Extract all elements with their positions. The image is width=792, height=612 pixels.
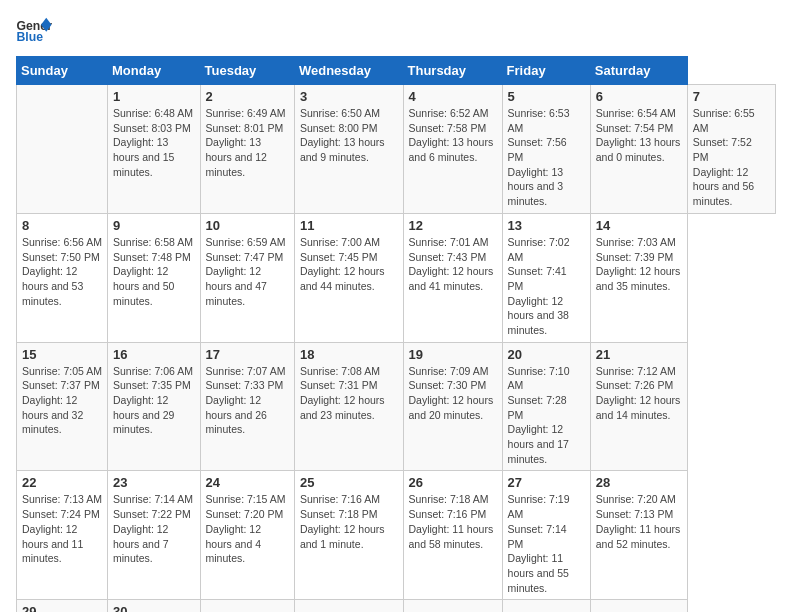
day-number: 13	[508, 218, 585, 233]
day-number: 26	[409, 475, 497, 490]
weekday-header-monday: Monday	[108, 57, 201, 85]
day-number: 11	[300, 218, 398, 233]
day-info: Sunrise: 6:48 AMSunset: 8:03 PMDaylight:…	[113, 106, 195, 179]
calendar-week-4: 22 Sunrise: 7:13 AMSunset: 7:24 PMDaylig…	[17, 471, 776, 600]
calendar-week-5: 29 Sunrise: 7:21 AMSunset: 7:11 PMDaylig…	[17, 600, 776, 612]
calendar-cell: 9 Sunrise: 6:58 AMSunset: 7:48 PMDayligh…	[108, 213, 201, 342]
calendar-cell: 16 Sunrise: 7:06 AMSunset: 7:35 PMDaylig…	[108, 342, 201, 471]
day-number: 29	[22, 604, 102, 612]
day-info: Sunrise: 7:12 AMSunset: 7:26 PMDaylight:…	[596, 364, 682, 423]
weekday-header-friday: Friday	[502, 57, 590, 85]
day-number: 9	[113, 218, 195, 233]
weekday-header-tuesday: Tuesday	[200, 57, 294, 85]
page-header: General Blue	[16, 16, 776, 44]
day-number: 19	[409, 347, 497, 362]
calendar-cell: 18 Sunrise: 7:08 AMSunset: 7:31 PMDaylig…	[294, 342, 403, 471]
day-info: Sunrise: 6:52 AMSunset: 7:58 PMDaylight:…	[409, 106, 497, 165]
day-number: 14	[596, 218, 682, 233]
day-info: Sunrise: 7:08 AMSunset: 7:31 PMDaylight:…	[300, 364, 398, 423]
calendar-cell: 29 Sunrise: 7:21 AMSunset: 7:11 PMDaylig…	[17, 600, 108, 612]
calendar-cell: 10 Sunrise: 6:59 AMSunset: 7:47 PMDaylig…	[200, 213, 294, 342]
calendar-cell: 20 Sunrise: 7:10 AMSunset: 7:28 PMDaylig…	[502, 342, 590, 471]
calendar-cell: 6 Sunrise: 6:54 AMSunset: 7:54 PMDayligh…	[590, 85, 687, 214]
svg-text:Blue: Blue	[17, 30, 44, 44]
calendar-cell: 30 Sunrise: 7:22 AMSunset: 7:09 PMDaylig…	[108, 600, 201, 612]
day-info: Sunrise: 7:09 AMSunset: 7:30 PMDaylight:…	[409, 364, 497, 423]
day-number: 5	[508, 89, 585, 104]
day-info: Sunrise: 7:16 AMSunset: 7:18 PMDaylight:…	[300, 492, 398, 551]
calendar-cell: 17 Sunrise: 7:07 AMSunset: 7:33 PMDaylig…	[200, 342, 294, 471]
day-number: 28	[596, 475, 682, 490]
calendar-cell: 22 Sunrise: 7:13 AMSunset: 7:24 PMDaylig…	[17, 471, 108, 600]
day-info: Sunrise: 7:00 AMSunset: 7:45 PMDaylight:…	[300, 235, 398, 294]
day-number: 6	[596, 89, 682, 104]
day-info: Sunrise: 7:20 AMSunset: 7:13 PMDaylight:…	[596, 492, 682, 551]
calendar-cell	[294, 600, 403, 612]
calendar-cell: 7 Sunrise: 6:55 AMSunset: 7:52 PMDayligh…	[687, 85, 775, 214]
day-info: Sunrise: 7:06 AMSunset: 7:35 PMDaylight:…	[113, 364, 195, 437]
day-info: Sunrise: 6:53 AMSunset: 7:56 PMDaylight:…	[508, 106, 585, 209]
calendar-cell: 4 Sunrise: 6:52 AMSunset: 7:58 PMDayligh…	[403, 85, 502, 214]
calendar-cell: 27 Sunrise: 7:19 AMSunset: 7:14 PMDaylig…	[502, 471, 590, 600]
calendar-cell: 2 Sunrise: 6:49 AMSunset: 8:01 PMDayligh…	[200, 85, 294, 214]
day-info: Sunrise: 7:03 AMSunset: 7:39 PMDaylight:…	[596, 235, 682, 294]
logo-icon: General Blue	[16, 16, 52, 44]
calendar-table: SundayMondayTuesdayWednesdayThursdayFrid…	[16, 56, 776, 612]
calendar-cell: 14 Sunrise: 7:03 AMSunset: 7:39 PMDaylig…	[590, 213, 687, 342]
day-number: 2	[206, 89, 289, 104]
day-info: Sunrise: 6:54 AMSunset: 7:54 PMDaylight:…	[596, 106, 682, 165]
weekday-header-thursday: Thursday	[403, 57, 502, 85]
day-number: 8	[22, 218, 102, 233]
day-info: Sunrise: 7:15 AMSunset: 7:20 PMDaylight:…	[206, 492, 289, 565]
calendar-cell: 12 Sunrise: 7:01 AMSunset: 7:43 PMDaylig…	[403, 213, 502, 342]
day-number: 25	[300, 475, 398, 490]
calendar-cell: 15 Sunrise: 7:05 AMSunset: 7:37 PMDaylig…	[17, 342, 108, 471]
weekday-header-saturday: Saturday	[590, 57, 687, 85]
calendar-cell: 1 Sunrise: 6:48 AMSunset: 8:03 PMDayligh…	[108, 85, 201, 214]
calendar-cell: 5 Sunrise: 6:53 AMSunset: 7:56 PMDayligh…	[502, 85, 590, 214]
day-info: Sunrise: 7:01 AMSunset: 7:43 PMDaylight:…	[409, 235, 497, 294]
day-number: 23	[113, 475, 195, 490]
calendar-cell: 26 Sunrise: 7:18 AMSunset: 7:16 PMDaylig…	[403, 471, 502, 600]
day-info: Sunrise: 6:58 AMSunset: 7:48 PMDaylight:…	[113, 235, 195, 308]
day-info: Sunrise: 6:59 AMSunset: 7:47 PMDaylight:…	[206, 235, 289, 308]
day-number: 3	[300, 89, 398, 104]
calendar-cell: 8 Sunrise: 6:56 AMSunset: 7:50 PMDayligh…	[17, 213, 108, 342]
calendar-cell	[590, 600, 687, 612]
calendar-cell: 19 Sunrise: 7:09 AMSunset: 7:30 PMDaylig…	[403, 342, 502, 471]
calendar-cell: 3 Sunrise: 6:50 AMSunset: 8:00 PMDayligh…	[294, 85, 403, 214]
day-number: 16	[113, 347, 195, 362]
weekday-header-sunday: Sunday	[17, 57, 108, 85]
day-number: 17	[206, 347, 289, 362]
calendar-cell: 13 Sunrise: 7:02 AMSunset: 7:41 PMDaylig…	[502, 213, 590, 342]
day-number: 1	[113, 89, 195, 104]
calendar-week-3: 15 Sunrise: 7:05 AMSunset: 7:37 PMDaylig…	[17, 342, 776, 471]
day-info: Sunrise: 7:14 AMSunset: 7:22 PMDaylight:…	[113, 492, 195, 565]
logo: General Blue	[16, 16, 52, 44]
calendar-week-1: 1 Sunrise: 6:48 AMSunset: 8:03 PMDayligh…	[17, 85, 776, 214]
calendar-cell	[200, 600, 294, 612]
day-info: Sunrise: 7:02 AMSunset: 7:41 PMDaylight:…	[508, 235, 585, 338]
day-info: Sunrise: 7:05 AMSunset: 7:37 PMDaylight:…	[22, 364, 102, 437]
day-info: Sunrise: 6:49 AMSunset: 8:01 PMDaylight:…	[206, 106, 289, 179]
day-number: 22	[22, 475, 102, 490]
day-info: Sunrise: 6:50 AMSunset: 8:00 PMDaylight:…	[300, 106, 398, 165]
calendar-week-2: 8 Sunrise: 6:56 AMSunset: 7:50 PMDayligh…	[17, 213, 776, 342]
day-number: 27	[508, 475, 585, 490]
day-number: 21	[596, 347, 682, 362]
calendar-cell: 24 Sunrise: 7:15 AMSunset: 7:20 PMDaylig…	[200, 471, 294, 600]
day-number: 7	[693, 89, 770, 104]
calendar-cell	[403, 600, 502, 612]
day-number: 4	[409, 89, 497, 104]
day-number: 15	[22, 347, 102, 362]
calendar-cell: 21 Sunrise: 7:12 AMSunset: 7:26 PMDaylig…	[590, 342, 687, 471]
day-number: 18	[300, 347, 398, 362]
day-number: 24	[206, 475, 289, 490]
calendar-cell	[17, 85, 108, 214]
day-info: Sunrise: 7:10 AMSunset: 7:28 PMDaylight:…	[508, 364, 585, 467]
day-number: 12	[409, 218, 497, 233]
calendar-cell: 28 Sunrise: 7:20 AMSunset: 7:13 PMDaylig…	[590, 471, 687, 600]
day-number: 10	[206, 218, 289, 233]
day-number: 30	[113, 604, 195, 612]
calendar-cell: 11 Sunrise: 7:00 AMSunset: 7:45 PMDaylig…	[294, 213, 403, 342]
